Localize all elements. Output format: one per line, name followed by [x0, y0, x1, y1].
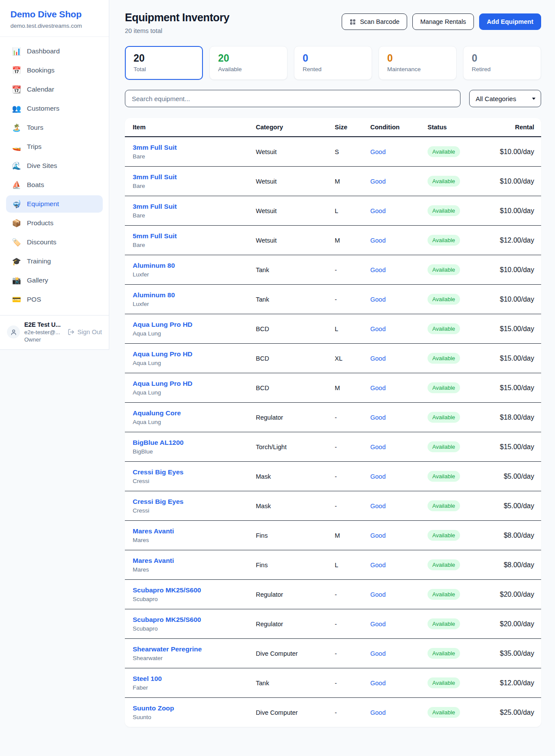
item-name-link[interactable]: Aqua Lung Pro HD — [133, 380, 249, 388]
sidebar-item-products[interactable]: 📦 Products — [6, 214, 103, 232]
item-condition-link[interactable]: Good — [367, 137, 424, 167]
item-condition-link[interactable]: Good — [367, 226, 424, 255]
sidebar-item-equipment[interactable]: 🤿 Equipment — [6, 195, 103, 213]
item-name-link[interactable]: Mares Avanti — [133, 527, 249, 535]
sidebar-item-pos[interactable]: 💳 POS — [6, 291, 103, 308]
add-equipment-button[interactable]: Add Equipment — [479, 13, 541, 30]
stat-label: Retired — [472, 66, 532, 72]
sidebar-item-dive-sites[interactable]: 🌊 Dive Sites — [6, 157, 103, 174]
sidebar-item-bookings[interactable]: 📅 Bookings — [6, 62, 103, 79]
table-row: Cressi Big Eyes Cressi Mask - Good Avail… — [125, 491, 541, 521]
sidebar-item-discounts[interactable]: 🏷️ Discounts — [6, 233, 103, 251]
sidebar-item-trips[interactable]: 🚤 Trips — [6, 138, 103, 155]
item-name-link[interactable]: 3mm Full Suit — [133, 173, 249, 181]
item-condition-link[interactable]: Good — [367, 432, 424, 462]
item-condition-link[interactable]: Good — [367, 462, 424, 491]
sidebar-item-dashboard[interactable]: 📊 Dashboard — [6, 43, 103, 60]
item-condition-link[interactable]: Good — [367, 491, 424, 521]
sidebar-item-label: Dive Sites — [27, 162, 57, 170]
item-name-link[interactable]: BigBlue AL1200 — [133, 439, 249, 447]
item-name-link[interactable]: 5mm Full Suit — [133, 232, 249, 240]
item-cell: Aluminum 80 Luxfer — [125, 255, 252, 285]
item-cell: Cressi Big Eyes Cressi — [125, 462, 252, 491]
stats-row: 20 Total 20 Available 0 Rented 0 Mainten… — [125, 46, 541, 80]
item-condition-link[interactable]: Good — [367, 403, 424, 432]
status-badge: Available — [428, 294, 460, 305]
item-condition-link[interactable]: Good — [367, 698, 424, 727]
item-size: M — [331, 521, 367, 550]
item-name-link[interactable]: Scubapro MK25/S600 — [133, 586, 249, 594]
table-row: Mares Avanti Mares Fins L Good Available… — [125, 550, 541, 580]
item-name-link[interactable]: 3mm Full Suit — [133, 144, 249, 151]
stat-card-rented[interactable]: 0 Rented — [294, 46, 372, 80]
sidebar-item-calendar[interactable]: 📆 Calendar — [6, 81, 103, 98]
item-condition-link[interactable]: Good — [367, 167, 424, 196]
category-select[interactable]: All Categories — [469, 90, 541, 107]
item-name-link[interactable]: Cressi Big Eyes — [133, 468, 249, 476]
status-badge: Available — [428, 146, 460, 157]
item-condition-link[interactable]: Good — [367, 639, 424, 668]
table-row: 3mm Full Suit Bare Wetsuit S Good Availa… — [125, 137, 541, 167]
item-brand: Bare — [133, 242, 249, 248]
item-name-link[interactable]: Aqualung Core — [133, 409, 249, 417]
item-size: - — [331, 285, 367, 314]
item-status-cell: Available — [424, 167, 489, 196]
item-brand: Mares — [133, 537, 249, 543]
stat-card-available[interactable]: 20 Available — [209, 46, 287, 80]
item-brand: Bare — [133, 212, 249, 219]
tear-off-calendar-icon: 📆 — [12, 85, 21, 94]
table-row: Mares Avanti Mares Fins M Good Available… — [125, 521, 541, 550]
item-condition-link[interactable]: Good — [367, 344, 424, 373]
item-rental: $15.00/day — [489, 314, 541, 344]
item-name-link[interactable]: Aluminum 80 — [133, 291, 249, 299]
search-input[interactable] — [125, 90, 460, 107]
item-category: Tank — [252, 255, 331, 285]
status-badge: Available — [428, 559, 460, 570]
item-status-cell: Available — [424, 491, 489, 521]
table-row: Aqua Lung Pro HD Aqua Lung BCD XL Good A… — [125, 344, 541, 373]
item-condition-link[interactable]: Good — [367, 255, 424, 285]
item-cell: 3mm Full Suit Bare — [125, 167, 252, 196]
item-condition-link[interactable]: Good — [367, 521, 424, 550]
item-name-link[interactable]: Mares Avanti — [133, 557, 249, 565]
item-name-link[interactable]: 3mm Full Suit — [133, 203, 249, 210]
sidebar-item-boats[interactable]: ⛵ Boats — [6, 176, 103, 194]
item-cell: BigBlue AL1200 BigBlue — [125, 432, 252, 462]
table-row: Aluminum 80 Luxfer Tank - Good Available… — [125, 285, 541, 314]
item-condition-link[interactable]: Good — [367, 373, 424, 403]
main-content: Equipment Inventory 20 items total Scan … — [109, 0, 555, 734]
item-condition-link[interactable]: Good — [367, 285, 424, 314]
people-icon: 👥 — [12, 104, 21, 113]
item-condition-link[interactable]: Good — [367, 196, 424, 226]
item-name-link[interactable]: Cressi Big Eyes — [133, 498, 249, 506]
sign-out-button[interactable]: Sign Out — [68, 329, 102, 335]
item-cell: Cressi Big Eyes Cressi — [125, 491, 252, 521]
stat-card-maintenance[interactable]: 0 Maintenance — [379, 46, 457, 80]
stat-card-total[interactable]: 20 Total — [125, 46, 203, 80]
sidebar-item-training[interactable]: 🎓 Training — [6, 253, 103, 270]
manage-rentals-button[interactable]: Manage Rentals — [412, 13, 474, 30]
wave-icon: 🌊 — [12, 161, 21, 171]
item-condition-link[interactable]: Good — [367, 668, 424, 698]
item-name-link[interactable]: Shearwater Peregrine — [133, 645, 249, 653]
sidebar-item-tours[interactable]: 🏝️ Tours — [6, 119, 103, 136]
item-condition-link[interactable]: Good — [367, 314, 424, 344]
item-name-link[interactable]: Aluminum 80 — [133, 262, 249, 270]
sidebar-item-gallery[interactable]: 📸 Gallery — [6, 272, 103, 289]
item-size: - — [331, 491, 367, 521]
item-name-link[interactable]: Scubapro MK25/S600 — [133, 616, 249, 624]
header-actions: Scan Barcode Manage Rentals Add Equipmen… — [342, 13, 541, 30]
item-status-cell: Available — [424, 698, 489, 727]
item-condition-link[interactable]: Good — [367, 609, 424, 639]
scan-barcode-button[interactable]: Scan Barcode — [342, 13, 407, 30]
item-name-link[interactable]: Aqua Lung Pro HD — [133, 350, 249, 358]
stat-card-retired[interactable]: 0 Retired — [463, 46, 541, 80]
shop-name[interactable]: Demo Dive Shop — [10, 9, 98, 20]
item-condition-link[interactable]: Good — [367, 550, 424, 580]
item-condition-link[interactable]: Good — [367, 580, 424, 609]
item-name-link[interactable]: Steel 100 — [133, 675, 249, 683]
sidebar-item-customers[interactable]: 👥 Customers — [6, 100, 103, 117]
item-name-link[interactable]: Aqua Lung Pro HD — [133, 321, 249, 329]
sidebar-item-label: Equipment — [27, 200, 59, 208]
item-name-link[interactable]: Suunto Zoop — [133, 704, 249, 712]
